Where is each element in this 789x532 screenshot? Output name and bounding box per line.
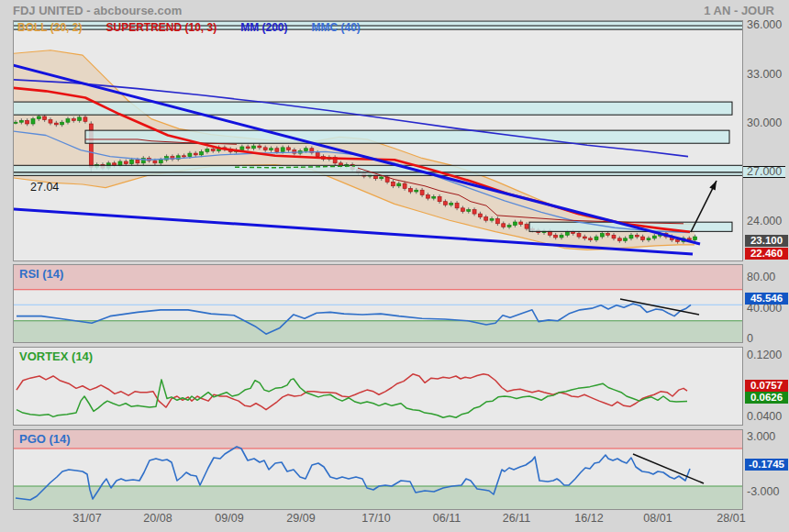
timeframe-label: 1 AN - JOUR <box>704 4 774 17</box>
indicator-legend: BOLL (20, 2)SUPERTREND (10, 3)MM (200)MM… <box>17 21 384 34</box>
x-axis-date-label: 26/11 <box>494 512 539 525</box>
value-badge: 45.546 <box>745 293 788 305</box>
price-level-label: 27.04 <box>30 181 59 194</box>
y-axis-label: 80.00 <box>747 271 775 283</box>
main-price-panel: BOLL (20, 2)SUPERTREND (10, 3)MM (200)MM… <box>13 20 743 261</box>
value-badge: 23.100 <box>745 235 788 247</box>
x-axis-date-label: 31/07 <box>64 512 110 525</box>
vortex-title: VORTEX (14) <box>19 349 93 363</box>
y-axis-label: 3.000 <box>747 430 775 443</box>
legend-supertrend[interactable]: SUPERTREND (10, 3) <box>106 21 217 34</box>
rsi-chart-canvas <box>14 265 742 342</box>
x-axis-date-label: 16/12 <box>566 512 612 525</box>
x-axis-date-label: 17/10 <box>353 512 399 525</box>
x-axis-date-label: 28/01 <box>708 512 754 525</box>
page-title: FDJ UNITED - abcbourse.com <box>13 4 182 17</box>
y-axis-label: 36.000 <box>747 18 782 31</box>
y-axis-label: -3.000 <box>747 485 779 498</box>
rsi-title: RSI (14) <box>19 267 63 281</box>
pgo-panel: PGO (14) <box>13 429 743 510</box>
x-axis-date-label: 09/09 <box>206 512 252 525</box>
value-badge: 22.460 <box>745 248 788 260</box>
value-badge: -0.1745 <box>745 459 788 471</box>
y-axis-label: 33.000 <box>747 68 782 81</box>
pgo-chart-canvas <box>14 430 742 509</box>
y-axis-label: 0.1200 <box>747 349 782 361</box>
y-axis-label: 0.0400 <box>747 410 782 423</box>
x-axis-date-label: 06/11 <box>424 512 470 525</box>
x-axis-date-label: 29/09 <box>278 512 324 525</box>
legend-mm200[interactable]: MM (200) <box>240 21 287 34</box>
vortex-panel: VORTEX (14) <box>13 347 743 426</box>
stock-chart-page: FDJ UNITED - abcbourse.com 1 AN - JOUR B… <box>0 0 789 532</box>
pgo-title: PGO (14) <box>19 432 71 446</box>
vortex-chart-canvas <box>14 348 742 425</box>
y-axis-label: 30.000 <box>747 116 782 129</box>
value-badge: 0.0757 <box>745 380 788 392</box>
price-chart-canvas <box>14 21 742 260</box>
value-badge: 0.0626 <box>745 392 788 404</box>
y-axis-label: 0 <box>747 332 753 345</box>
legend-mmc40[interactable]: MMC (40) <box>312 21 361 34</box>
y-axis-label: 24.000 <box>747 215 782 227</box>
rsi-panel: RSI (14) <box>13 264 743 343</box>
x-axis-date-label: 20/08 <box>135 512 181 525</box>
x-axis-date-label: 08/01 <box>635 512 681 525</box>
legend-boll[interactable]: BOLL (20, 2) <box>17 21 82 34</box>
y-axis-label: 27.000 <box>747 165 782 178</box>
